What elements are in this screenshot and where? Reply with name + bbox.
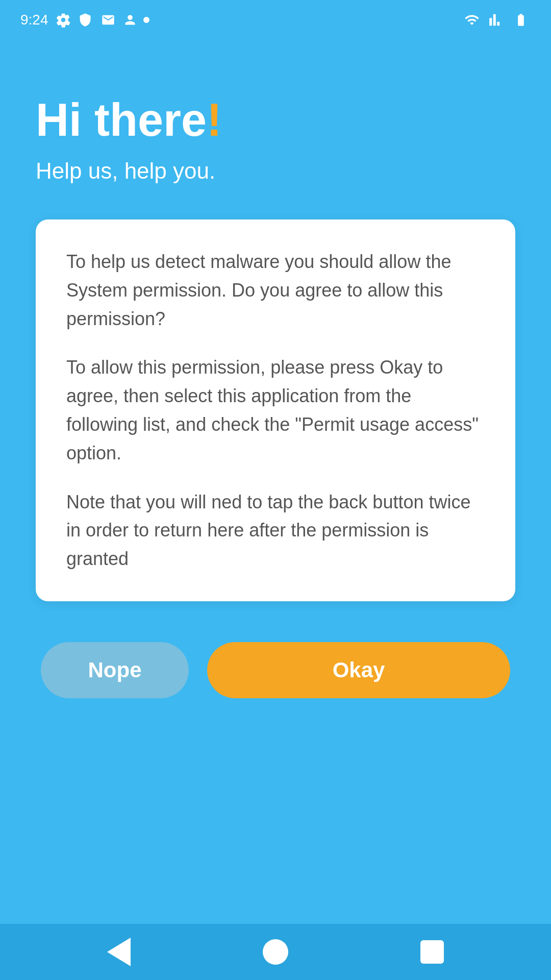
nav-recents-button[interactable] — [417, 937, 447, 967]
recents-icon — [420, 940, 444, 964]
greeting-exclamation: ! — [207, 94, 222, 145]
mail-icon — [99, 13, 117, 27]
card-paragraph-3: Note that you will ned to tap the back b… — [66, 488, 485, 573]
okay-button[interactable]: Okay — [207, 642, 510, 698]
battery-icon — [511, 13, 531, 27]
nav-bar — [0, 924, 551, 980]
greeting-title: Hi there! — [36, 97, 515, 143]
gear-icon — [56, 12, 71, 28]
back-icon — [107, 938, 131, 966]
status-left: 9:24 — [20, 12, 149, 28]
person-icon — [124, 12, 136, 28]
card-paragraph-2: To allow this permission, please press O… — [66, 353, 485, 467]
permission-card: To help us detect malware you should all… — [36, 219, 515, 601]
nav-back-button[interactable] — [104, 937, 134, 967]
time-label: 9:24 — [20, 12, 48, 28]
status-bar: 9:24 — [0, 0, 551, 36]
home-icon — [263, 939, 288, 965]
action-buttons: Nope Okay — [36, 642, 515, 698]
nope-button[interactable]: Nope — [41, 642, 189, 698]
card-paragraph-1: To help us detect malware you should all… — [66, 248, 485, 333]
greeting-title-text: Hi there — [36, 94, 207, 145]
main-content: Hi there! Help us, help you. To help us … — [0, 36, 551, 729]
status-right — [462, 12, 531, 28]
signal-icon — [489, 12, 504, 28]
wifi-icon — [462, 12, 482, 28]
greeting-section: Hi there! Help us, help you. — [36, 97, 515, 184]
notification-dot — [143, 17, 149, 23]
shield-icon — [78, 12, 92, 28]
greeting-subtitle: Help us, help you. — [36, 158, 515, 184]
nav-home-button[interactable] — [260, 937, 291, 967]
